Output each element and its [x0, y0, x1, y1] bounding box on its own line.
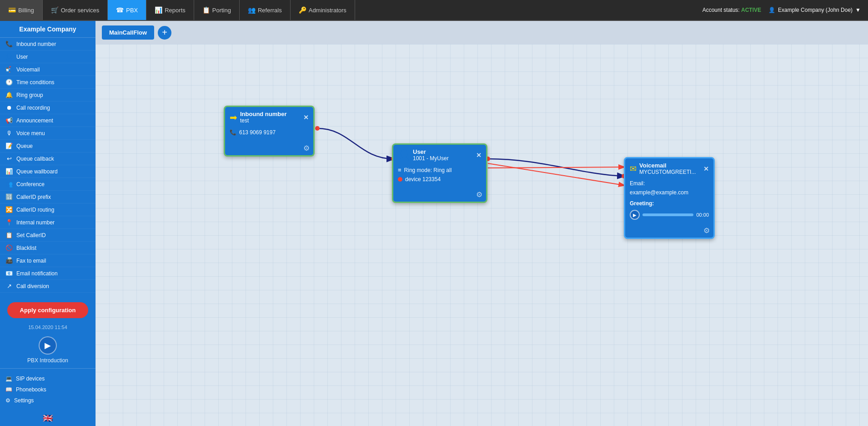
top-nav: 💳 Billing 🛒 Order services ☎ PBX 📊 Repor…	[0, 0, 868, 21]
sidebar-item-call-recording[interactable]: ⏺ Call recording	[0, 101, 95, 114]
main-callflow-button[interactable]: MainCallFlow	[102, 25, 154, 40]
flow-canvas[interactable]: ➡ Inbound number test ✕ 📞 613 9069 9197	[95, 44, 868, 426]
node-inbound-subtitle: test	[240, 117, 287, 124]
node-user-body: ≡ Ring mode: Ring all device 123354	[393, 163, 486, 188]
sidebar-item-callerid-routing[interactable]: 🔀 CallerID routing	[0, 203, 95, 216]
node-voicemail-greeting-label: Greeting:	[630, 199, 709, 208]
sidebar-item-set-callerid[interactable]: 📋 Set CallerID	[0, 229, 95, 242]
node-inbound-phone: 📞 613 9069 9197	[230, 127, 309, 137]
inbound-arrow-icon: ➡	[230, 112, 237, 123]
node-voicemail-footer: ⚙	[625, 224, 713, 238]
sidebar-item-internal-number[interactable]: 📍 Internal number	[0, 216, 95, 229]
sidebar-internal-number-label: Internal number	[16, 219, 55, 226]
node-voicemail-close[interactable]: ✕	[703, 165, 709, 172]
voicemail-play-button[interactable]: ▶	[630, 210, 640, 220]
node-voicemail-gear[interactable]: ⚙	[703, 226, 710, 235]
nav-order-services[interactable]: 🛒 Order services	[43, 0, 108, 20]
nav-reports[interactable]: 📊 Reports	[146, 0, 194, 20]
node-inbound-close[interactable]: ✕	[303, 114, 309, 121]
sidebar-item-sip-devices[interactable]: 💻 SIP devices	[5, 373, 90, 384]
reports-icon: 📊	[155, 6, 162, 14]
node-user-gear[interactable]: ⚙	[476, 190, 482, 199]
add-node-button[interactable]: +	[158, 26, 171, 40]
user-menu[interactable]: 👤 Example Company (John Doe) ▼	[768, 7, 861, 13]
svg-point-2	[315, 126, 320, 131]
node-inbound-title: Inbound number	[240, 111, 287, 117]
sidebar-item-voice-menu[interactable]: 🎙 Voice menu	[0, 127, 95, 140]
sidebar-queue-callback-label: Queue callback	[16, 156, 54, 162]
sidebar-item-queue[interactable]: 📝 Queue	[0, 140, 95, 152]
order-icon: 🛒	[51, 6, 59, 14]
nav-admin-label: Administrators	[309, 7, 346, 14]
sidebar-item-callerid-prefix[interactable]: 🔢 CallerID prefix	[0, 191, 95, 203]
settings-label: Settings	[14, 397, 34, 404]
node-voicemail-body: Email: example@example.com Greeting: ▶ 0…	[625, 177, 713, 224]
sidebar-item-fax-to-email[interactable]: 📠 Fax to email	[0, 254, 95, 267]
sidebar-item-voicemail[interactable]: 📬 Voicemail	[0, 63, 95, 76]
sidebar-blacklist-label: Blacklist	[16, 245, 36, 251]
sidebar-item-email-notification[interactable]: 📧 Email notification	[0, 267, 95, 280]
node-voicemail-player: ▶ 00:00	[630, 210, 709, 220]
sidebar-item-ring-group[interactable]: 🔔 Ring group	[0, 89, 95, 101]
sidebar-email-notification-label: Email notification	[16, 270, 58, 277]
sidebar-item-user[interactable]: 👤 User	[0, 51, 95, 63]
user-dropdown-icon: ▼	[855, 7, 861, 13]
nav-order-label: Order services	[61, 7, 100, 14]
fax-to-email-icon: 📠	[5, 257, 13, 264]
sidebar-item-queue-callback[interactable]: ↩ Queue callback	[0, 152, 95, 165]
sidebar-item-phonebooks[interactable]: 📖 Phonebooks	[5, 384, 90, 395]
set-callerid-icon: 📋	[5, 232, 13, 238]
node-user-footer: ⚙	[393, 188, 486, 202]
sidebar-item-conference[interactable]: 👥 Conference	[0, 178, 95, 191]
email-value: example@example.com	[630, 189, 688, 196]
sidebar-queue-label: Queue	[16, 143, 33, 149]
sidebar-callerid-prefix-label: CallerID prefix	[16, 194, 51, 200]
sidebar-inbound-label: Inbound number	[16, 41, 56, 47]
apply-config-button[interactable]: Apply configuration	[7, 302, 89, 318]
user-avatar-icon: 👤	[768, 7, 775, 13]
node-inbound-header: ➡ Inbound number test ✕	[225, 107, 313, 126]
node-inbound[interactable]: ➡ Inbound number test ✕ 📞 613 9069 9197	[224, 106, 315, 157]
porting-icon: 📋	[202, 6, 210, 14]
pbx-play-button[interactable]: ▶	[39, 336, 57, 355]
node-user[interactable]: 👤 User 1001 - MyUser ✕ ≡ Ring mode: Ring…	[392, 143, 487, 203]
nav-billing[interactable]: 💳 Billing	[0, 0, 43, 20]
sidebar-item-queue-wallboard[interactable]: 📊 Queue wallboard	[0, 165, 95, 178]
flow-arrows	[95, 44, 868, 426]
language-flag[interactable]: 🇬🇧	[0, 411, 95, 426]
node-user-header: 👤 User 1001 - MyUser ✕	[393, 145, 486, 163]
user-icon: 👤	[5, 53, 13, 60]
ring-mode-label: Ring mode: Ring all	[404, 167, 452, 173]
sidebar-timestamp: 15.04.2020 11:54	[0, 323, 95, 332]
phonebooks-icon: 📖	[5, 386, 12, 393]
phone-icon: 📞	[230, 129, 236, 136]
node-inbound-body: 📞 613 9069 9197	[225, 126, 313, 142]
voicemail-progress-bar[interactable]	[642, 213, 693, 216]
user-node-icon: 👤	[398, 149, 410, 161]
sidebar-item-time-conditions[interactable]: 🕐 Time conditions	[0, 76, 95, 89]
time-conditions-icon: 🕐	[5, 79, 13, 86]
nav-administrators[interactable]: 🔑 Administrators	[291, 0, 355, 20]
sidebar-item-inbound-number[interactable]: 📞 Inbound number	[0, 38, 95, 51]
sidebar-item-announcement[interactable]: 📢 Announcement	[0, 114, 95, 127]
svg-line-0	[488, 163, 624, 185]
node-voicemail[interactable]: ✉ Voicemail MYCUSTOMGREETI... ✕ Email: e…	[624, 157, 715, 239]
pbx-intro: ▶ PBX Introduction	[0, 332, 95, 368]
pbx-intro-label: PBX Introduction	[27, 357, 68, 364]
nav-porting[interactable]: 📋 Porting	[194, 0, 240, 20]
sidebar-item-call-diversion[interactable]: ↗ Call diversion	[0, 280, 95, 293]
node-voicemail-email-label: Email:	[630, 179, 709, 188]
nav-pbx[interactable]: ☎ PBX	[108, 0, 146, 20]
sidebar-announcement-label: Announcement	[16, 117, 53, 124]
sidebar-item-blacklist[interactable]: 🚫 Blacklist	[0, 242, 95, 254]
node-user-close[interactable]: ✕	[476, 152, 482, 159]
sidebar-set-callerid-label: Set CallerID	[16, 232, 46, 238]
node-inbound-gear[interactable]: ⚙	[303, 144, 310, 152]
sidebar: Example Company 📞 Inbound number 👤 User …	[0, 21, 95, 426]
nav-referrals[interactable]: 👥 Referrals	[240, 0, 291, 20]
nav-porting-label: Porting	[212, 7, 231, 14]
pbx-icon: ☎	[116, 6, 124, 14]
status-active: ACTIVE	[741, 7, 761, 13]
node-inbound-header-left: ➡ Inbound number test	[230, 111, 287, 124]
sidebar-item-settings[interactable]: ⚙ Settings	[5, 395, 90, 406]
